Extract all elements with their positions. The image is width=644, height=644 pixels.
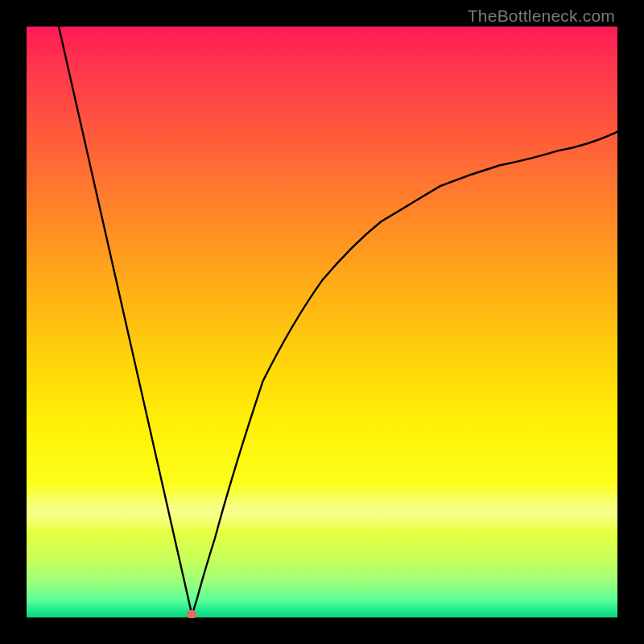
attribution-text: TheBottleneck.com <box>468 6 615 26</box>
minimum-point-marker <box>187 610 196 618</box>
curve-left <box>59 27 192 615</box>
plot-area <box>27 27 617 617</box>
curve-right <box>192 132 618 615</box>
highlight-band <box>27 484 617 532</box>
curve-svg <box>27 27 617 617</box>
chart-frame: TheBottleneck.com <box>0 0 644 644</box>
